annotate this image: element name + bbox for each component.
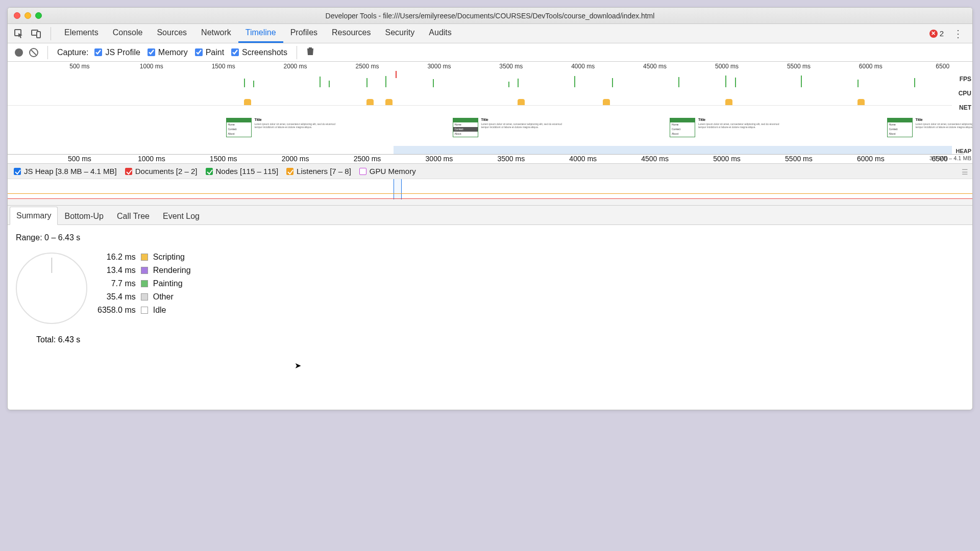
fps-bar <box>320 77 321 87</box>
counter-listeners-checkbox[interactable] <box>286 168 293 175</box>
error-icon: ✕ <box>929 30 938 38</box>
counter-nodes-checkbox[interactable] <box>206 168 213 175</box>
ruler-tick: 3000 ms <box>426 155 453 163</box>
filmstrip-thumb: HomeContactAboutTitleLorem ipsum dolor s… <box>886 117 973 139</box>
ruler-tick: 4000 ms <box>569 155 597 163</box>
counter-nodes[interactable]: Nodes [115 – 115] <box>206 167 279 176</box>
fps-bar <box>518 79 519 87</box>
ruler-tick: 1000 ms <box>138 155 165 163</box>
record-button[interactable] <box>15 48 23 57</box>
cpu-bump <box>518 99 525 105</box>
svg-rect-2 <box>37 32 40 38</box>
more-menu-icon[interactable]: ⋮ <box>949 28 967 40</box>
fps-bar <box>725 76 726 87</box>
ruler-tick: 5000 ms <box>713 155 741 163</box>
overview-pane[interactable]: 500 ms1000 ms1500 ms2000 ms2500 ms3000 m… <box>8 62 972 164</box>
inspect-icon[interactable] <box>13 28 25 40</box>
legend-swatch <box>141 254 148 261</box>
filmstrip-thumb: HomeContactAboutTitleLorem ipsum dolor s… <box>225 117 337 139</box>
counter-gpumem[interactable]: GPU Memory <box>359 167 416 176</box>
counters-pane: JS Heap [3.8 MB – 4.1 MB]Documents [2 – … <box>8 164 972 206</box>
filmstrip-thumb: HomeContactAboutTitleLorem ipsum dolor s… <box>669 117 781 139</box>
heap-row <box>394 146 952 154</box>
detail-tab-call-tree[interactable]: Call Tree <box>110 207 156 225</box>
fps-bar <box>366 78 368 87</box>
counter-nodes-label: Nodes [115 – 115] <box>216 167 279 176</box>
overview-ruler-top: 500 ms1000 ms1500 ms2000 ms2500 ms3000 m… <box>8 62 964 71</box>
summary-pane: Range: 0 – 6.43 s Total: 6.43 s 16.2 msS… <box>8 225 972 353</box>
tab-timeline[interactable]: Timeline <box>238 24 283 43</box>
legend-label: Other <box>153 292 191 302</box>
detail-tab-bottom-up[interactable]: Bottom-Up <box>58 207 110 225</box>
detail-tab-summary[interactable]: Summary <box>10 207 58 225</box>
hamburger-icon[interactable]: ☰ <box>962 168 968 176</box>
capture-memory-checkbox[interactable] <box>148 48 155 56</box>
overview-row-labels: FPS CPU NET <box>959 72 971 115</box>
titlebar: Developer Tools - file:///Users/emilyree… <box>8 8 972 24</box>
counter-chart[interactable] <box>8 179 972 199</box>
fps-bar <box>253 81 254 87</box>
ruler-tick: 1500 ms <box>212 63 235 70</box>
tab-elements[interactable]: Elements <box>57 24 106 43</box>
tab-security[interactable]: Security <box>378 24 422 43</box>
ruler-tick: 500 ms <box>69 63 89 70</box>
capture-paint-checkbox[interactable] <box>195 48 203 56</box>
cpu-bump <box>385 99 393 105</box>
ruler-tick: 5000 ms <box>715 63 739 70</box>
tab-console[interactable]: Console <box>106 24 150 43</box>
divider <box>51 27 51 40</box>
error-badge[interactable]: ✕ 2 <box>929 29 944 38</box>
summary-total: Total: 6.43 s <box>36 335 87 344</box>
summary-donut-chart <box>16 253 87 324</box>
filmstrip-thumb: HomeContactAboutTitleLorem ipsum dolor s… <box>452 117 564 139</box>
close-window-button[interactable] <box>14 12 20 19</box>
trash-icon[interactable] <box>306 46 314 58</box>
zoom-window-button[interactable] <box>35 12 42 19</box>
counter-listeners[interactable]: Listeners [7 – 8] <box>286 167 351 176</box>
ruler-tick: 5500 ms <box>787 63 811 70</box>
window-controls <box>14 12 42 19</box>
tab-resources[interactable]: Resources <box>325 24 378 43</box>
listeners-line <box>8 193 972 194</box>
legend-swatch <box>141 280 148 287</box>
counter-documents[interactable]: Documents [2 – 2] <box>125 167 198 176</box>
detail-tabs: SummaryBottom-UpCall TreeEvent Log <box>8 206 972 225</box>
divider <box>297 46 297 59</box>
capture-memory[interactable]: Memory <box>148 48 188 57</box>
counter-jsheap[interactable]: JS Heap [3.8 MB – 4.1 MB] <box>14 167 117 176</box>
fps-bar <box>329 81 330 87</box>
capture-paint[interactable]: Paint <box>195 48 224 57</box>
tab-profiles[interactable]: Profiles <box>283 24 325 43</box>
ruler-tick: 3500 ms <box>499 63 523 70</box>
device-toggle-icon[interactable] <box>30 28 42 40</box>
ruler-tick: 6500 <box>936 63 949 70</box>
devtools-window: Developer Tools - file:///Users/emilyree… <box>7 7 973 410</box>
legend-swatch <box>141 293 148 300</box>
filmstrip: HomeContactAboutTitleLorem ipsum dolor s… <box>8 117 952 147</box>
window-title: Developer Tools - file:///Users/emilyree… <box>8 12 972 20</box>
counter-jsheap-checkbox[interactable] <box>14 168 21 175</box>
capture-jsprofile[interactable]: JS Profile <box>94 48 140 57</box>
tab-audits[interactable]: Audits <box>422 24 458 43</box>
minimize-window-button[interactable] <box>24 12 31 19</box>
capture-jsprofile-checkbox[interactable] <box>94 48 102 56</box>
capture-label: Capture: <box>57 48 88 57</box>
capture-screenshots[interactable]: Screenshots <box>231 48 287 57</box>
main-tabs: ElementsConsoleSourcesNetworkTimelinePro… <box>57 24 459 43</box>
cpu-row <box>8 89 952 106</box>
cpu-bump <box>857 99 865 105</box>
cursor-icon: ➤ <box>295 361 301 370</box>
capture-options: JS ProfileMemoryPaintScreenshots <box>94 48 287 57</box>
capture-screenshots-checkbox[interactable] <box>231 48 239 56</box>
detail-tab-event-log[interactable]: Event Log <box>156 207 206 225</box>
capture-memory-label: Memory <box>158 48 188 57</box>
cpu-bump <box>725 99 732 105</box>
counter-documents-checkbox[interactable] <box>125 168 132 175</box>
tab-sources[interactable]: Sources <box>150 24 194 43</box>
counter-gpumem-checkbox[interactable] <box>359 168 366 175</box>
fps-bar <box>857 80 859 87</box>
range-label: Range: 0 – 6.43 s <box>16 233 964 242</box>
fps-bar <box>385 76 386 87</box>
clear-button[interactable] <box>29 48 38 57</box>
tab-network[interactable]: Network <box>194 24 238 43</box>
